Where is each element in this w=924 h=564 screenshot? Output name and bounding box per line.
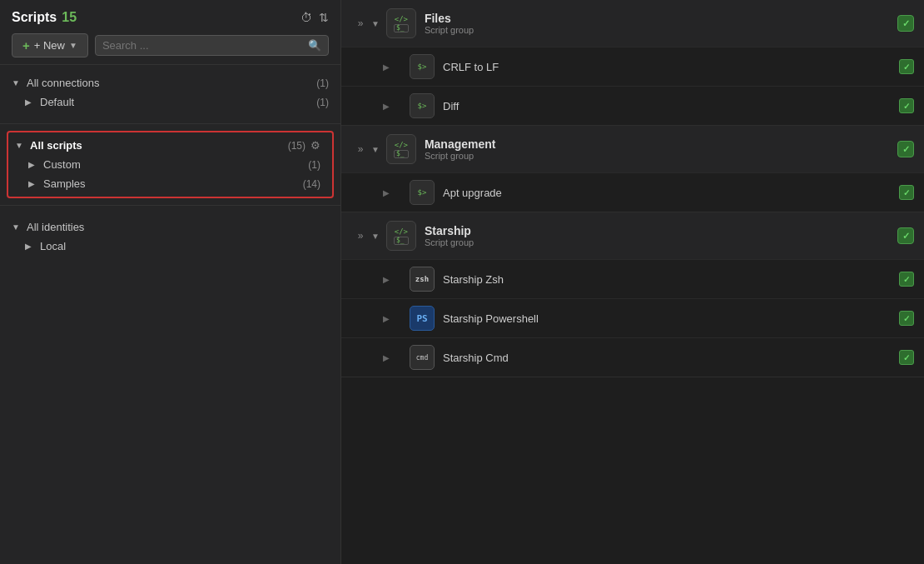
sidebar-icons: ⏱ ⇅ (301, 11, 329, 24)
starship-zsh-row[interactable]: ▶ zsh Starship Zsh ✓ (341, 259, 924, 298)
terminal-prompt-starship-icon: $_ (396, 237, 405, 244)
cmd-icon-text: cmd (416, 354, 428, 362)
apt-script-row[interactable]: ▶ $> Apt upgrade ✓ (341, 172, 924, 212)
starship-cmd-name: Starship Cmd (443, 352, 899, 364)
management-group-header[interactable]: » ▼ </> $_ Management Script group ✓ (341, 126, 924, 172)
custom-item[interactable]: ▶ Custom (1) (8, 155, 332, 174)
diff-name: Diff (443, 100, 899, 112)
starship-zsh-checkbox[interactable]: ✓ (899, 272, 914, 287)
chevron-down-files-icon[interactable]: ▼ (371, 19, 380, 28)
diff-script-row[interactable]: ▶ $> Diff ✓ (341, 86, 924, 125)
check-icon: ✓ (903, 314, 910, 323)
starship-group-icon: </> $_ (386, 221, 416, 251)
starship-zsh-name: Starship Zsh (443, 273, 899, 286)
all-identities-item[interactable]: ▼ All identities (0, 217, 340, 237)
crlf-checkbox[interactable]: ✓ (899, 59, 914, 74)
check-icon: ✓ (903, 62, 910, 72)
custom-count: (1) (308, 159, 320, 171)
files-group-icon: </> $_ (386, 8, 416, 38)
crlf-name: CRLF to LF (443, 61, 899, 73)
starship-ps-row[interactable]: ▶ PS Starship Powershell ✓ (341, 298, 924, 337)
starship-ps-checkbox[interactable]: ✓ (899, 311, 914, 326)
expand-arrow-custom: ▶ (28, 160, 40, 169)
chevron-down-icon: ▼ (69, 41, 77, 50)
files-group-header[interactable]: » ▼ </> $_ Files Script group ✓ (341, 0, 924, 47)
management-group-name: Management (425, 137, 897, 151)
expand-arrow-connections: ▼ (12, 78, 23, 87)
expand-arrow-default: ▶ (25, 97, 37, 107)
code-tag-management-icon: </> (395, 141, 408, 149)
search-icon: 🔍 (308, 39, 321, 52)
samples-count: (14) (303, 178, 320, 190)
files-checkbox[interactable]: ✓ (897, 15, 914, 32)
dollar-icon: $> (418, 62, 427, 71)
zsh-expand: ▶ (383, 275, 401, 284)
connections-section: ▼ All connections (1) ▶ Default (1) (0, 65, 340, 120)
double-arrow-right-management-icon: » (358, 143, 364, 155)
check-icon: ✓ (902, 144, 910, 155)
local-item[interactable]: ▶ Local (0, 237, 340, 256)
crlf-script-row[interactable]: ▶ $> CRLF to LF ✓ (341, 47, 924, 86)
starship-ps-name: Starship Powershell (443, 312, 899, 325)
diff-checkbox[interactable]: ✓ (899, 98, 914, 113)
sidebar-header: Scripts 15 ⏱ ⇅ + + New ▼ 🔍 (0, 0, 340, 65)
connections-label: All connections (27, 77, 316, 89)
starship-expand-btn[interactable]: » (351, 227, 370, 245)
check-icon: ✓ (903, 353, 910, 362)
all-connections-item[interactable]: ▼ All connections (1) (0, 73, 340, 92)
gear-icon[interactable]: ⚙ (310, 139, 320, 152)
apt-name: Apt upgrade (443, 187, 899, 199)
files-group-type: Script group (425, 25, 897, 35)
sidebar-count: 15 (62, 10, 77, 25)
diff-icon: $> (410, 93, 435, 118)
zsh-icon-text: zsh (415, 275, 429, 283)
all-scripts-section: ▼ All scripts (15) ⚙ ▶ Custom (1) ▶ Samp… (7, 131, 334, 198)
management-expand-btn[interactable]: » (351, 140, 370, 158)
search-box[interactable]: 🔍 (95, 35, 329, 56)
starship-checkbox[interactable]: ✓ (897, 227, 914, 244)
management-checkbox[interactable]: ✓ (897, 141, 914, 157)
all-scripts-label: All scripts (30, 139, 288, 152)
ps-expand: ▶ (383, 314, 401, 323)
identities-section: ▼ All identities ▶ Local (0, 209, 340, 264)
files-expand-btn[interactable]: » (351, 14, 370, 32)
default-item[interactable]: ▶ Default (1) (0, 92, 340, 112)
files-group-name: Files (425, 12, 897, 25)
sidebar-title-row: Scripts 15 ⏱ ⇅ (12, 10, 329, 25)
terminal-prompt-icon: $_ (396, 24, 405, 32)
custom-label: Custom (43, 158, 308, 171)
expand-arrow-local: ▶ (25, 242, 37, 251)
apt-expand: ▶ (383, 188, 401, 197)
new-button[interactable]: + + New ▼ (12, 33, 88, 57)
check-icon: ✓ (903, 275, 910, 284)
main-content: » ▼ </> $_ Files Script group ✓ (341, 0, 924, 564)
starship-group-header[interactable]: » ▼ </> $_ Starship Script group ✓ (341, 212, 924, 259)
expand-arrow-identities: ▼ (12, 222, 23, 232)
files-group: » ▼ </> $_ Files Script group ✓ (341, 0, 924, 126)
starship-cmd-row[interactable]: ▶ cmd Starship Cmd ✓ (341, 337, 924, 377)
check-icon: ✓ (903, 188, 910, 197)
chevron-down-starship-icon[interactable]: ▼ (371, 232, 380, 241)
crlf-icon: $> (410, 54, 435, 79)
ps-icon: PS (410, 306, 435, 331)
connections-count: (1) (316, 77, 329, 89)
sort-icon[interactable]: ⇅ (319, 11, 329, 24)
chevron-down-management-icon[interactable]: ▼ (371, 145, 380, 154)
starship-cmd-checkbox[interactable]: ✓ (899, 350, 914, 365)
crlf-expand: ▶ (383, 62, 401, 72)
apt-icon: $> (410, 180, 435, 205)
apt-checkbox[interactable]: ✓ (899, 185, 914, 200)
search-input[interactable] (102, 39, 303, 52)
check-icon: ✓ (902, 18, 910, 29)
ps-icon-text: PS (416, 313, 427, 324)
expand-arrow-samples: ▶ (28, 179, 40, 188)
clock-icon[interactable]: ⏱ (301, 11, 312, 24)
samples-item[interactable]: ▶ Samples (14) (8, 174, 332, 193)
double-arrow-right-starship-icon: » (358, 230, 364, 242)
management-group-info: Management Script group (425, 137, 897, 161)
divider-1 (0, 123, 340, 124)
code-tag-starship-icon: </> (395, 227, 408, 236)
double-arrow-right-icon: » (358, 17, 364, 29)
code-tag-icon: </> (395, 15, 408, 23)
all-scripts-item[interactable]: ▼ All scripts (15) ⚙ (8, 136, 332, 155)
